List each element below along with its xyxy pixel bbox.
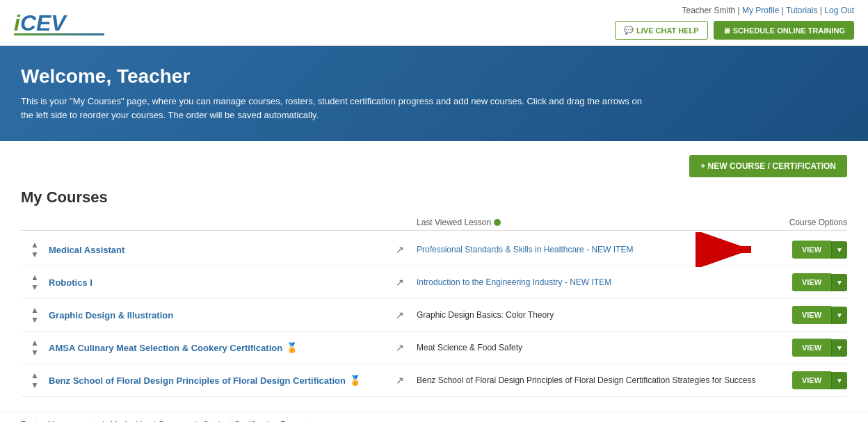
view-btn-group: VIEW ▼	[764, 371, 847, 389]
sort-down-arrow[interactable]: ▼	[31, 316, 39, 324]
my-courses-title: My Courses	[21, 188, 847, 206]
view-dropdown-button[interactable]: ▼	[831, 274, 847, 291]
view-button[interactable]: VIEW	[792, 273, 831, 291]
course-name-link[interactable]: Robotics I	[49, 277, 93, 288]
external-link-cell: ↗	[396, 244, 417, 255]
external-link-cell: ↗	[396, 309, 417, 320]
my-profile-link[interactable]: My Profile	[742, 6, 779, 15]
cert-icon: 🏅	[349, 375, 361, 386]
view-dropdown-button[interactable]: ▼	[831, 241, 847, 259]
view-button[interactable]: VIEW	[792, 339, 831, 357]
view-btn-group: VIEW ▼	[764, 241, 847, 259]
sort-down-arrow[interactable]: ▼	[31, 250, 39, 259]
external-link-icon[interactable]: ↗	[396, 375, 404, 386]
monitor-icon: 🖥	[723, 26, 730, 35]
logo-text: iCEV	[14, 10, 104, 36]
cert-icon: 🏅	[286, 342, 298, 353]
external-link-icon[interactable]: ↗	[396, 342, 404, 353]
schedule-label: Schedule Online Training	[733, 26, 845, 35]
course-name-link[interactable]: Medical Assistant	[49, 245, 124, 255]
table-row: ▲ ▼ Benz School of Floral Design Princip…	[21, 364, 847, 397]
sort-up-arrow[interactable]: ▲	[31, 306, 39, 314]
logo-cev: CEV	[20, 10, 66, 35]
hero-description: This is your "My Courses" page, where yo…	[21, 95, 647, 122]
course-name: Graphic Design & Illustration	[49, 310, 396, 320]
user-name: Teacher Smith	[682, 6, 736, 15]
hero-banner: Welcome, Teacher This is your "My Course…	[0, 46, 868, 141]
external-link-icon[interactable]: ↗	[396, 277, 404, 288]
view-dropdown-button[interactable]: ▼	[831, 307, 847, 324]
sort-col-header	[21, 218, 49, 227]
external-link-cell: ↗	[396, 277, 417, 288]
external-link-cell: ↗	[396, 375, 417, 386]
course-name-link[interactable]: Graphic Design & Illustration	[49, 310, 173, 320]
header: iCEV Teacher Smith | My Profile | Tutori…	[0, 0, 868, 46]
course-list: ▲ ▼ Medical Assistant ↗ Professional Sta…	[21, 234, 847, 397]
header-right: Teacher Smith | My Profile | Tutorials |…	[615, 6, 854, 40]
sort-up-arrow[interactable]: ▲	[31, 339, 39, 347]
sort-arrows: ▲ ▼	[21, 241, 49, 259]
external-link-icon[interactable]: ↗	[396, 309, 404, 320]
table-row: ▲ ▼ Graphic Design & Illustration ↗ Grap…	[21, 299, 847, 332]
sort-down-arrow[interactable]: ▼	[31, 348, 39, 357]
last-viewed-label: Last Viewed Lesson	[417, 218, 491, 227]
view-btn-group: VIEW ▼	[764, 339, 847, 357]
view-btn-group: VIEW ▼	[764, 273, 847, 291]
course-name: Medical Assistant	[49, 245, 396, 255]
view-button[interactable]: VIEW	[792, 241, 831, 259]
last-lesson-text: Introduction to the Engineering Industry…	[417, 277, 764, 287]
course-options-header: Course Options	[764, 218, 847, 227]
table-row: ▲ ▼ Medical Assistant ↗ Professional Sta…	[21, 234, 847, 266]
sort-up-arrow[interactable]: ▲	[31, 273, 39, 282]
sort-arrows: ▲ ▼	[21, 339, 49, 357]
view-button[interactable]: VIEW	[792, 306, 831, 324]
logout-link[interactable]: Log Out	[824, 6, 854, 15]
sort-arrows: ▲ ▼	[21, 306, 49, 324]
live-chat-button[interactable]: 💬 Live Chat Help	[615, 21, 708, 40]
last-lesson-text: Meat Science & Food Safety	[417, 343, 764, 352]
schedule-training-button[interactable]: 🖥 Schedule Online Training	[714, 21, 854, 40]
view-button[interactable]: VIEW	[792, 371, 831, 389]
course-name: Robotics I	[49, 277, 396, 288]
last-lesson-text: Graphic Design Basics: Color Theory	[417, 310, 764, 320]
hero-title: Welcome, Teacher	[21, 65, 847, 88]
external-link-cell: ↗	[396, 342, 417, 353]
courses-table-header: Last Viewed Lesson Course Options	[21, 215, 847, 231]
course-name: Benz School of Floral Design Principles …	[49, 375, 396, 386]
course-name-header	[49, 218, 396, 227]
logo: iCEV	[14, 10, 104, 35]
course-name: AMSA Culinary Meat Selection & Cookery C…	[49, 342, 396, 353]
table-row: ▲ ▼ AMSA Culinary Meat Selection & Cooke…	[21, 332, 847, 364]
sort-up-arrow[interactable]: ▲	[31, 371, 39, 380]
table-row: ▲ ▼ Robotics I ↗ Introduction to the Eng…	[21, 266, 847, 299]
main-content: + NEW COURSE / CERTIFICATION My Courses …	[0, 141, 868, 411]
footer: Roster Management | My Archived Courses …	[0, 411, 868, 422]
view-dropdown-button[interactable]: ▼	[831, 372, 847, 389]
my-courses-section: My Courses Last Viewed Lesson Course Opt…	[21, 188, 847, 397]
link-col-header	[396, 218, 417, 227]
external-link-icon[interactable]: ↗	[396, 244, 404, 255]
sort-down-arrow[interactable]: ▼	[31, 283, 39, 291]
live-chat-label: Live Chat Help	[636, 26, 699, 35]
header-buttons: 💬 Live Chat Help 🖥 Schedule Online Train…	[615, 21, 854, 40]
course-name-link[interactable]: AMSA Culinary Meat Selection & Cookery C…	[49, 343, 282, 353]
sort-arrows: ▲ ▼	[21, 371, 49, 389]
logo-i: i	[14, 10, 20, 35]
last-lesson-text: Benz School of Floral Design Principles …	[417, 375, 764, 385]
view-btn-group: VIEW ▼	[764, 306, 847, 324]
tutorials-link[interactable]: Tutorials	[786, 6, 818, 15]
green-dot-indicator	[494, 219, 501, 226]
last-lesson-text: Professional Standards & Skills in Healt…	[417, 245, 764, 254]
chat-icon: 💬	[624, 26, 634, 35]
user-links: Teacher Smith | My Profile | Tutorials |…	[682, 6, 855, 15]
sort-arrows: ▲ ▼	[21, 273, 49, 291]
new-course-btn-row: + NEW COURSE / CERTIFICATION	[21, 155, 847, 177]
sort-up-arrow[interactable]: ▲	[31, 241, 39, 249]
new-course-button[interactable]: + NEW COURSE / CERTIFICATION	[689, 155, 847, 177]
sort-down-arrow[interactable]: ▼	[31, 381, 39, 389]
last-viewed-header: Last Viewed Lesson	[417, 218, 764, 227]
course-name-link[interactable]: Benz School of Floral Design Principles …	[49, 375, 346, 386]
view-dropdown-button[interactable]: ▼	[831, 339, 847, 357]
